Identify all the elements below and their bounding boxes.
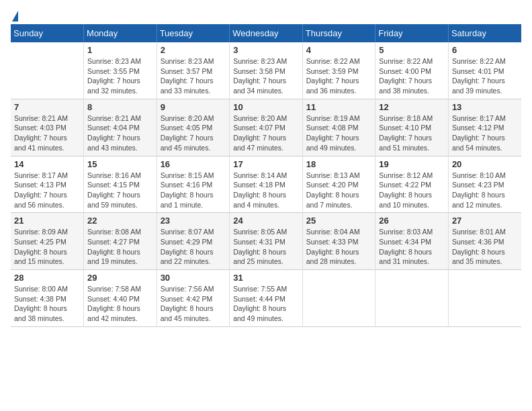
- day-cell: 26 Sunrise: 8:03 AMSunset: 4:34 PMDaylig…: [375, 213, 449, 270]
- cell-content: Sunrise: 8:01 AMSunset: 4:36 PMDaylight:…: [452, 227, 518, 267]
- day-number: 18: [306, 159, 372, 169]
- cell-content: Sunrise: 8:16 AMSunset: 4:15 PMDaylight:…: [87, 171, 153, 210]
- day-number: 23: [161, 216, 226, 226]
- day-cell: [11, 42, 84, 99]
- cell-content: Sunrise: 8:20 AMSunset: 4:05 PMDaylight:…: [161, 113, 226, 153]
- day-cell: 3 Sunrise: 8:23 AMSunset: 3:58 PMDayligh…: [230, 42, 303, 99]
- cell-content: Sunrise: 8:21 AMSunset: 4:03 PMDaylight:…: [14, 113, 80, 153]
- day-cell: [448, 270, 521, 327]
- day-cell: 25 Sunrise: 8:04 AMSunset: 4:33 PMDaylig…: [302, 213, 375, 270]
- week-row-4: 21 Sunrise: 8:09 AMSunset: 4:25 PMDaylig…: [11, 213, 521, 270]
- day-cell: 4 Sunrise: 8:22 AMSunset: 3:59 PMDayligh…: [302, 42, 375, 99]
- day-number: 19: [379, 159, 445, 169]
- day-cell: 8 Sunrise: 8:21 AMSunset: 4:04 PMDayligh…: [84, 99, 157, 156]
- cell-content: Sunrise: 8:23 AMSunset: 3:55 PMDaylight:…: [87, 56, 153, 96]
- day-number: 27: [452, 216, 518, 226]
- cell-content: Sunrise: 8:15 AMSunset: 4:16 PMDaylight:…: [161, 171, 226, 210]
- day-number: 17: [233, 159, 299, 169]
- cell-content: Sunrise: 8:22 AMSunset: 3:59 PMDaylight:…: [306, 56, 372, 96]
- col-header-wednesday: Wednesday: [230, 24, 303, 42]
- day-number: 13: [452, 102, 518, 112]
- week-row-2: 7 Sunrise: 8:21 AMSunset: 4:03 PMDayligh…: [11, 99, 521, 156]
- cell-content: Sunrise: 8:13 AMSunset: 4:20 PMDaylight:…: [306, 171, 372, 210]
- day-cell: 5 Sunrise: 8:22 AMSunset: 4:00 PMDayligh…: [375, 42, 449, 99]
- cell-content: Sunrise: 8:00 AMSunset: 4:38 PMDaylight:…: [14, 284, 80, 324]
- day-cell: [375, 270, 449, 327]
- cell-content: Sunrise: 8:22 AMSunset: 4:01 PMDaylight:…: [452, 56, 518, 96]
- day-number: 15: [87, 159, 153, 169]
- day-number: 28: [14, 273, 80, 283]
- cell-content: Sunrise: 7:55 AMSunset: 4:44 PMDaylight:…: [233, 284, 299, 324]
- day-number: 20: [452, 159, 518, 169]
- cell-content: Sunrise: 8:18 AMSunset: 4:10 PMDaylight:…: [379, 113, 445, 153]
- day-cell: 28 Sunrise: 8:00 AMSunset: 4:38 PMDaylig…: [11, 270, 84, 327]
- day-number: 29: [87, 273, 153, 283]
- day-number: 26: [379, 216, 445, 226]
- day-cell: 22 Sunrise: 8:08 AMSunset: 4:27 PMDaylig…: [84, 213, 157, 270]
- cell-content: Sunrise: 8:09 AMSunset: 4:25 PMDaylight:…: [14, 227, 80, 267]
- cell-content: Sunrise: 8:19 AMSunset: 4:08 PMDaylight:…: [306, 113, 372, 153]
- day-number: 30: [161, 273, 226, 283]
- day-number: 3: [233, 45, 299, 55]
- day-cell: 10 Sunrise: 8:20 AMSunset: 4:07 PMDaylig…: [230, 99, 303, 156]
- day-cell: 1 Sunrise: 8:23 AMSunset: 3:55 PMDayligh…: [84, 42, 157, 99]
- cell-content: Sunrise: 8:03 AMSunset: 4:34 PMDaylight:…: [379, 227, 445, 267]
- day-number: 16: [161, 159, 226, 169]
- day-cell: 14 Sunrise: 8:17 AMSunset: 4:13 PMDaylig…: [11, 156, 84, 213]
- day-cell: 7 Sunrise: 8:21 AMSunset: 4:03 PMDayligh…: [11, 99, 84, 156]
- day-number: 24: [233, 216, 299, 226]
- day-number: 2: [161, 45, 226, 55]
- cell-content: Sunrise: 8:23 AMSunset: 3:57 PMDaylight:…: [161, 56, 226, 96]
- day-cell: 9 Sunrise: 8:20 AMSunset: 4:05 PMDayligh…: [157, 99, 230, 156]
- cell-content: Sunrise: 8:21 AMSunset: 4:04 PMDaylight:…: [87, 113, 153, 153]
- day-number: 6: [452, 45, 518, 55]
- day-cell: 6 Sunrise: 8:22 AMSunset: 4:01 PMDayligh…: [448, 42, 521, 99]
- day-cell: 29 Sunrise: 7:58 AMSunset: 4:40 PMDaylig…: [84, 270, 157, 327]
- day-number: 21: [14, 216, 80, 226]
- day-number: 4: [306, 45, 372, 55]
- col-header-thursday: Thursday: [302, 24, 375, 42]
- day-cell: 17 Sunrise: 8:14 AMSunset: 4:18 PMDaylig…: [230, 156, 303, 213]
- day-number: 1: [87, 45, 153, 55]
- cell-content: Sunrise: 8:05 AMSunset: 4:31 PMDaylight:…: [233, 227, 299, 267]
- day-number: 9: [161, 102, 226, 112]
- day-number: 22: [87, 216, 153, 226]
- col-header-friday: Friday: [375, 24, 449, 42]
- day-cell: [302, 270, 375, 327]
- day-cell: 31 Sunrise: 7:55 AMSunset: 4:44 PMDaylig…: [230, 270, 303, 327]
- day-number: 7: [14, 102, 80, 112]
- cell-content: Sunrise: 8:14 AMSunset: 4:18 PMDaylight:…: [233, 171, 299, 210]
- page-header: [11, 11, 521, 19]
- col-header-saturday: Saturday: [448, 24, 521, 42]
- week-row-3: 14 Sunrise: 8:17 AMSunset: 4:13 PMDaylig…: [11, 156, 521, 213]
- day-cell: 2 Sunrise: 8:23 AMSunset: 3:57 PMDayligh…: [157, 42, 230, 99]
- cell-content: Sunrise: 8:17 AMSunset: 4:13 PMDaylight:…: [14, 171, 80, 210]
- cell-content: Sunrise: 8:10 AMSunset: 4:23 PMDaylight:…: [452, 171, 518, 210]
- day-number: 12: [379, 102, 445, 112]
- day-cell: 23 Sunrise: 8:07 AMSunset: 4:29 PMDaylig…: [157, 213, 230, 270]
- col-header-tuesday: Tuesday: [157, 24, 230, 42]
- day-number: 14: [14, 159, 80, 169]
- day-cell: 16 Sunrise: 8:15 AMSunset: 4:16 PMDaylig…: [157, 156, 230, 213]
- day-number: 11: [306, 102, 372, 112]
- day-cell: 30 Sunrise: 7:56 AMSunset: 4:42 PMDaylig…: [157, 270, 230, 327]
- day-cell: 21 Sunrise: 8:09 AMSunset: 4:25 PMDaylig…: [11, 213, 84, 270]
- cell-content: Sunrise: 8:08 AMSunset: 4:27 PMDaylight:…: [87, 227, 153, 267]
- week-row-1: 1 Sunrise: 8:23 AMSunset: 3:55 PMDayligh…: [11, 42, 521, 99]
- cell-content: Sunrise: 7:58 AMSunset: 4:40 PMDaylight:…: [87, 284, 153, 324]
- cell-content: Sunrise: 7:56 AMSunset: 4:42 PMDaylight:…: [161, 284, 226, 324]
- cell-content: Sunrise: 8:23 AMSunset: 3:58 PMDaylight:…: [233, 56, 299, 96]
- day-number: 10: [233, 102, 299, 112]
- cell-content: Sunrise: 8:22 AMSunset: 4:00 PMDaylight:…: [379, 56, 445, 96]
- day-cell: 19 Sunrise: 8:12 AMSunset: 4:22 PMDaylig…: [375, 156, 449, 213]
- cell-content: Sunrise: 8:07 AMSunset: 4:29 PMDaylight:…: [161, 227, 226, 267]
- week-row-5: 28 Sunrise: 8:00 AMSunset: 4:38 PMDaylig…: [11, 270, 521, 327]
- day-cell: 12 Sunrise: 8:18 AMSunset: 4:10 PMDaylig…: [375, 99, 449, 156]
- calendar-table: SundayMondayTuesdayWednesdayThursdayFrid…: [11, 24, 521, 327]
- day-cell: 27 Sunrise: 8:01 AMSunset: 4:36 PMDaylig…: [448, 213, 521, 270]
- col-header-monday: Monday: [84, 24, 157, 42]
- day-cell: 11 Sunrise: 8:19 AMSunset: 4:08 PMDaylig…: [302, 99, 375, 156]
- day-number: 8: [87, 102, 153, 112]
- day-cell: 24 Sunrise: 8:05 AMSunset: 4:31 PMDaylig…: [230, 213, 303, 270]
- day-number: 31: [233, 273, 299, 283]
